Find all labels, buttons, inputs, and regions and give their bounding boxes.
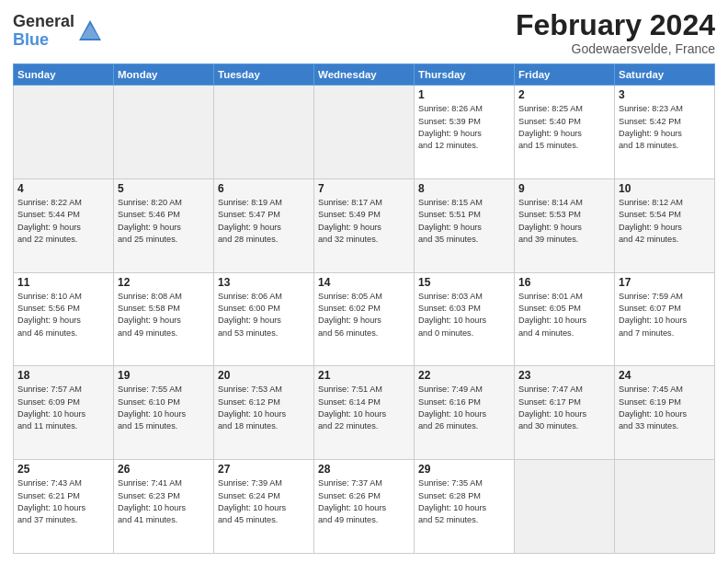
- day-number: 18: [17, 369, 109, 382]
- day-info: Sunrise: 7:55 AM Sunset: 6:10 PM Dayligh…: [118, 384, 210, 432]
- day-info: Sunrise: 8:12 AM Sunset: 5:54 PM Dayligh…: [619, 197, 711, 246]
- table-row: [314, 86, 415, 179]
- col-sunday: Sunday: [14, 64, 114, 86]
- header: General Blue February 2024 Godewaersveld…: [13, 9, 715, 56]
- day-info: Sunrise: 7:47 AM Sunset: 6:17 PM Dayligh…: [518, 384, 610, 432]
- day-number: 10: [619, 182, 711, 195]
- table-row: 9Sunrise: 8:14 AM Sunset: 5:53 PM Daylig…: [515, 178, 615, 272]
- table-row: 24Sunrise: 7:45 AM Sunset: 6:19 PM Dayli…: [615, 366, 715, 460]
- day-number: 14: [318, 276, 410, 289]
- day-info: Sunrise: 7:45 AM Sunset: 6:19 PM Dayligh…: [619, 384, 711, 432]
- day-number: 23: [518, 369, 610, 382]
- day-number: 16: [518, 276, 610, 289]
- table-row: 7Sunrise: 8:17 AM Sunset: 5:49 PM Daylig…: [314, 178, 415, 272]
- table-row: 20Sunrise: 7:53 AM Sunset: 6:12 PM Dayli…: [214, 366, 314, 460]
- day-info: Sunrise: 7:41 AM Sunset: 6:23 PM Dayligh…: [118, 477, 210, 526]
- day-number: 12: [118, 276, 210, 289]
- day-number: 3: [619, 88, 711, 101]
- table-row: 6Sunrise: 8:19 AM Sunset: 5:47 PM Daylig…: [214, 178, 314, 272]
- day-info: Sunrise: 8:17 AM Sunset: 5:49 PM Dayligh…: [318, 197, 410, 246]
- day-number: 9: [518, 182, 610, 195]
- table-row: 4Sunrise: 8:22 AM Sunset: 5:44 PM Daylig…: [14, 178, 114, 272]
- day-info: Sunrise: 7:43 AM Sunset: 6:21 PM Dayligh…: [17, 477, 109, 526]
- table-row: 27Sunrise: 7:39 AM Sunset: 6:24 PM Dayli…: [214, 460, 314, 554]
- day-info: Sunrise: 7:51 AM Sunset: 6:14 PM Dayligh…: [318, 384, 410, 432]
- day-number: 6: [218, 182, 310, 195]
- table-row: [214, 86, 314, 179]
- calendar-week-3: 11Sunrise: 8:10 AM Sunset: 5:56 PM Dayli…: [14, 272, 715, 366]
- logo-text: General Blue: [13, 13, 74, 50]
- table-row: 12Sunrise: 8:08 AM Sunset: 5:58 PM Dayli…: [114, 272, 214, 366]
- day-info: Sunrise: 8:01 AM Sunset: 6:05 PM Dayligh…: [518, 291, 610, 339]
- title-area: February 2024 Godewaersvelde, France: [516, 9, 715, 56]
- day-number: 25: [17, 463, 109, 476]
- logo-icon: [77, 18, 103, 44]
- col-friday: Friday: [515, 64, 615, 86]
- table-row: 8Sunrise: 8:15 AM Sunset: 5:51 PM Daylig…: [415, 178, 515, 272]
- day-number: 27: [218, 463, 310, 476]
- day-number: 2: [518, 88, 610, 101]
- day-info: Sunrise: 8:19 AM Sunset: 5:47 PM Dayligh…: [218, 197, 310, 246]
- day-number: 19: [118, 369, 210, 382]
- day-info: Sunrise: 7:35 AM Sunset: 6:28 PM Dayligh…: [418, 477, 510, 526]
- table-row: [14, 86, 114, 179]
- table-row: 3Sunrise: 8:23 AM Sunset: 5:42 PM Daylig…: [615, 86, 715, 179]
- table-row: 28Sunrise: 7:37 AM Sunset: 6:26 PM Dayli…: [314, 460, 415, 554]
- logo-blue: Blue: [13, 31, 74, 50]
- calendar-week-1: 1Sunrise: 8:26 AM Sunset: 5:39 PM Daylig…: [14, 86, 715, 179]
- day-number: 4: [17, 182, 109, 195]
- table-row: 19Sunrise: 7:55 AM Sunset: 6:10 PM Dayli…: [114, 366, 214, 460]
- day-number: 24: [619, 369, 711, 382]
- day-number: 13: [218, 276, 310, 289]
- day-number: 28: [318, 463, 410, 476]
- day-info: Sunrise: 7:57 AM Sunset: 6:09 PM Dayligh…: [17, 384, 109, 432]
- calendar-week-4: 18Sunrise: 7:57 AM Sunset: 6:09 PM Dayli…: [14, 366, 715, 460]
- day-info: Sunrise: 8:15 AM Sunset: 5:51 PM Dayligh…: [418, 197, 510, 246]
- logo-general: General: [13, 13, 74, 31]
- location: Godewaersvelde, France: [516, 41, 715, 56]
- day-info: Sunrise: 8:05 AM Sunset: 6:02 PM Dayligh…: [318, 291, 410, 339]
- table-row: 16Sunrise: 8:01 AM Sunset: 6:05 PM Dayli…: [515, 272, 615, 366]
- calendar-header-row: Sunday Monday Tuesday Wednesday Thursday…: [14, 64, 715, 86]
- day-number: 1: [418, 88, 510, 101]
- svg-marker-1: [81, 24, 99, 39]
- day-number: 21: [318, 369, 410, 382]
- col-tuesday: Tuesday: [214, 64, 314, 86]
- logo: General Blue: [13, 13, 103, 50]
- day-number: 17: [619, 276, 711, 289]
- table-row: 14Sunrise: 8:05 AM Sunset: 6:02 PM Dayli…: [314, 272, 415, 366]
- day-number: 22: [418, 369, 510, 382]
- calendar-week-2: 4Sunrise: 8:22 AM Sunset: 5:44 PM Daylig…: [14, 178, 715, 272]
- day-info: Sunrise: 7:53 AM Sunset: 6:12 PM Dayligh…: [218, 384, 310, 432]
- table-row: 11Sunrise: 8:10 AM Sunset: 5:56 PM Dayli…: [14, 272, 114, 366]
- day-info: Sunrise: 7:49 AM Sunset: 6:16 PM Dayligh…: [418, 384, 510, 432]
- page: { "header": { "logo_general": "General",…: [0, 0, 728, 563]
- col-saturday: Saturday: [615, 64, 715, 86]
- day-info: Sunrise: 8:06 AM Sunset: 6:00 PM Dayligh…: [218, 291, 310, 339]
- day-info: Sunrise: 8:14 AM Sunset: 5:53 PM Dayligh…: [518, 197, 610, 246]
- calendar-week-5: 25Sunrise: 7:43 AM Sunset: 6:21 PM Dayli…: [14, 460, 715, 554]
- day-info: Sunrise: 7:59 AM Sunset: 6:07 PM Dayligh…: [619, 291, 711, 339]
- day-info: Sunrise: 8:22 AM Sunset: 5:44 PM Dayligh…: [17, 197, 109, 246]
- day-info: Sunrise: 7:37 AM Sunset: 6:26 PM Dayligh…: [318, 477, 410, 526]
- calendar-table: Sunday Monday Tuesday Wednesday Thursday…: [13, 63, 715, 554]
- col-thursday: Thursday: [415, 64, 515, 86]
- table-row: 2Sunrise: 8:25 AM Sunset: 5:40 PM Daylig…: [515, 86, 615, 179]
- day-info: Sunrise: 8:03 AM Sunset: 6:03 PM Dayligh…: [418, 291, 510, 339]
- day-info: Sunrise: 8:10 AM Sunset: 5:56 PM Dayligh…: [17, 291, 109, 339]
- table-row: 10Sunrise: 8:12 AM Sunset: 5:54 PM Dayli…: [615, 178, 715, 272]
- day-info: Sunrise: 8:20 AM Sunset: 5:46 PM Dayligh…: [118, 197, 210, 246]
- table-row: [515, 460, 615, 554]
- day-number: 15: [418, 276, 510, 289]
- table-row: 25Sunrise: 7:43 AM Sunset: 6:21 PM Dayli…: [14, 460, 114, 554]
- day-info: Sunrise: 8:25 AM Sunset: 5:40 PM Dayligh…: [518, 103, 610, 152]
- month-title: February 2024: [516, 9, 715, 41]
- table-row: 13Sunrise: 8:06 AM Sunset: 6:00 PM Dayli…: [214, 272, 314, 366]
- day-number: 11: [17, 276, 109, 289]
- table-row: 5Sunrise: 8:20 AM Sunset: 5:46 PM Daylig…: [114, 178, 214, 272]
- day-info: Sunrise: 8:26 AM Sunset: 5:39 PM Dayligh…: [418, 103, 510, 152]
- day-number: 29: [418, 463, 510, 476]
- table-row: 21Sunrise: 7:51 AM Sunset: 6:14 PM Dayli…: [314, 366, 415, 460]
- table-row: 1Sunrise: 8:26 AM Sunset: 5:39 PM Daylig…: [415, 86, 515, 179]
- table-row: 15Sunrise: 8:03 AM Sunset: 6:03 PM Dayli…: [415, 272, 515, 366]
